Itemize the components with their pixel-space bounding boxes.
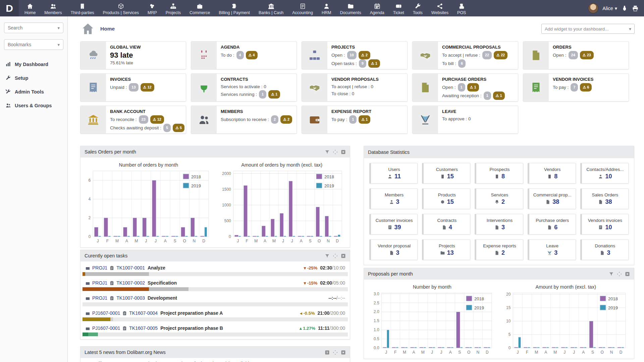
- count-badge[interactable]: 2: [271, 115, 278, 124]
- nav-item-hrm[interactable]: HRM: [317, 0, 335, 16]
- stat-box-members[interactable]: Members 3: [369, 188, 418, 209]
- task-label[interactable]: Development: [148, 295, 177, 301]
- count-badge[interactable]: 1: [259, 90, 266, 99]
- nav-item-pos[interactable]: POS: [453, 0, 470, 16]
- count-badge[interactable]: 23: [139, 115, 148, 124]
- warning-badge[interactable]: ⚠22: [494, 51, 507, 59]
- count-badge[interactable]: 1: [458, 83, 465, 92]
- count-badge[interactable]: 1: [349, 115, 357, 124]
- nav-item-commerce[interactable]: Commerce: [185, 0, 214, 16]
- nav-item-documents[interactable]: Documents: [335, 0, 365, 16]
- count-badge[interactable]: 5: [163, 124, 171, 132]
- stat-box-commercial-prop[interactable]: Commercial prop... 38: [528, 188, 576, 209]
- warning-badge[interactable]: ⚠1: [268, 90, 280, 99]
- close-icon[interactable]: [341, 253, 346, 258]
- stat-box-projects[interactable]: Projects 13: [422, 239, 470, 260]
- breadcrumb-home-link[interactable]: Home: [100, 26, 115, 32]
- warning-badge[interactable]: ⚠1: [493, 92, 505, 100]
- nav-item-websites[interactable]: Websites: [427, 0, 453, 16]
- nav-item-products-services[interactable]: Products | Services: [99, 0, 143, 16]
- nav-item-members[interactable]: Members: [40, 0, 66, 16]
- move-icon[interactable]: [333, 253, 338, 258]
- stat-box-contracts[interactable]: Contracts 4: [422, 214, 470, 235]
- stat-box-customers[interactable]: Customers 15: [422, 163, 470, 184]
- stat-box-vendors-invoices[interactable]: Vendors invoices 10: [580, 214, 629, 235]
- stat-box-vendors[interactable]: Vendors 8: [528, 163, 576, 184]
- warning-badge[interactable]: ⚠6: [580, 83, 592, 92]
- warning-badge[interactable]: ⚠5: [173, 124, 184, 132]
- count-badge[interactable]: 9: [359, 59, 366, 68]
- filter-icon[interactable]: [325, 253, 330, 258]
- kpi-card-title[interactable]: LEAVE: [442, 109, 514, 114]
- sidebar-item-admin-tools[interactable]: Admin Tools: [0, 85, 67, 99]
- kpi-card-title[interactable]: COMMERCIAL PROPOSALS: [442, 45, 514, 50]
- task-label[interactable]: Project preparation phase B: [160, 325, 223, 331]
- count-badge[interactable]: 1: [484, 92, 491, 100]
- kpi-card-title[interactable]: INVOICES: [110, 77, 182, 82]
- warning-badge[interactable]: ⚠23: [580, 51, 594, 59]
- stat-box-vendor-proposal[interactable]: Vendor proposal 3: [369, 239, 418, 260]
- stat-box-contacts-addres[interactable]: Contacts/Addres... 10: [580, 163, 629, 184]
- kpi-card-title[interactable]: CONTRACTS: [221, 77, 292, 82]
- kpi-card-title[interactable]: MEMBERS: [221, 109, 292, 114]
- stat-box-expense-reports[interactable]: Expense reports 2: [475, 239, 523, 260]
- close-icon[interactable]: [341, 350, 346, 355]
- warning-badge[interactable]: ⚠1: [467, 83, 479, 92]
- task-project-link[interactable]: PROJ1: [92, 265, 107, 270]
- warning-badge[interactable]: ⚠1: [368, 59, 380, 68]
- help-icon[interactable]: [325, 350, 330, 355]
- nav-item-agenda[interactable]: Agenda: [366, 0, 389, 16]
- user-avatar[interactable]: [588, 3, 598, 13]
- stat-box-interventions[interactable]: Interventions 3: [475, 214, 523, 235]
- task-label[interactable]: Analyze: [148, 265, 165, 270]
- kpi-card-title[interactable]: GLOBAL VIEW: [110, 45, 182, 50]
- bookmarks-dropdown[interactable]: Bookmarks ▾: [4, 39, 63, 50]
- search-dropdown[interactable]: Search ▾: [4, 22, 63, 33]
- printer-icon[interactable]: [632, 5, 639, 12]
- add-widget-select[interactable]: Add widget to your dashboard... ▾: [541, 24, 635, 34]
- nav-item-ticket[interactable]: Ticket: [389, 0, 409, 16]
- count-badge[interactable]: 6: [458, 59, 466, 68]
- count-badge[interactable]: 24: [569, 51, 578, 59]
- stat-box-users[interactable]: Users 11: [369, 163, 418, 184]
- dolibarr-logo[interactable]: D: [0, 0, 19, 16]
- nav-item-tools[interactable]: Tools: [409, 0, 427, 16]
- stat-box-donations[interactable]: Donations 3: [580, 239, 629, 260]
- sidebar-item-my-dashboard[interactable]: My Dashboard: [0, 57, 67, 71]
- filter-icon[interactable]: [325, 149, 330, 155]
- sidebar-item-users-groups[interactable]: Users & Groups: [0, 99, 67, 112]
- kpi-card-title[interactable]: AGENDA: [221, 45, 292, 50]
- filter-icon[interactable]: [609, 272, 614, 277]
- warning-badge[interactable]: ⚠12: [141, 83, 154, 92]
- stat-box-leave[interactable]: Leave 3: [528, 239, 576, 260]
- kpi-card-title[interactable]: EXPENSE REPORT: [331, 109, 403, 114]
- count-badge[interactable]: 22: [482, 51, 492, 59]
- warning-badge[interactable]: ⚠2: [280, 115, 292, 124]
- move-icon[interactable]: [333, 350, 338, 355]
- close-icon[interactable]: [625, 272, 630, 277]
- kpi-card-title[interactable]: BANK ACCOUNT: [110, 109, 182, 114]
- nav-item-accounting[interactable]: Accounting: [288, 0, 317, 16]
- count-badge[interactable]: 10: [347, 51, 357, 59]
- sidebar-item-setup[interactable]: Setup: [0, 71, 67, 85]
- kpi-card-title[interactable]: VENDOR INVOICES: [553, 77, 625, 82]
- nav-item-home[interactable]: Home: [20, 0, 40, 16]
- count-badge[interactable]: 7: [571, 83, 578, 92]
- kpi-card-title[interactable]: PROJECTS: [331, 45, 403, 50]
- warning-badge[interactable]: ⚠12: [150, 115, 164, 124]
- nav-item-banks-cash[interactable]: Banks | Cash: [254, 0, 288, 16]
- task-label[interactable]: Project preparation phase A: [160, 310, 223, 316]
- warning-badge[interactable]: ⚠2: [359, 51, 370, 59]
- stat-box-customer-invoices[interactable]: Customer invoices 39: [369, 214, 418, 235]
- nav-item-billing-payment[interactable]: Billing | Payment: [214, 0, 254, 16]
- stat-box-sales-orders[interactable]: Sales Orders 38: [580, 188, 629, 209]
- task-label[interactable]: Specification: [148, 280, 177, 286]
- nav-item-third-parties[interactable]: Third-parties: [66, 0, 98, 16]
- move-icon[interactable]: [617, 272, 622, 277]
- count-badge[interactable]: 4: [236, 51, 244, 59]
- kpi-card-title[interactable]: VENDOR PROPOSALS: [331, 77, 403, 82]
- task-ref-link[interactable]: TK1007-0003: [116, 295, 145, 301]
- kpi-card-title[interactable]: ORDERS: [553, 45, 625, 50]
- task-ref-link[interactable]: TK1607-0004: [129, 310, 158, 316]
- count-badge[interactable]: 13: [129, 83, 138, 92]
